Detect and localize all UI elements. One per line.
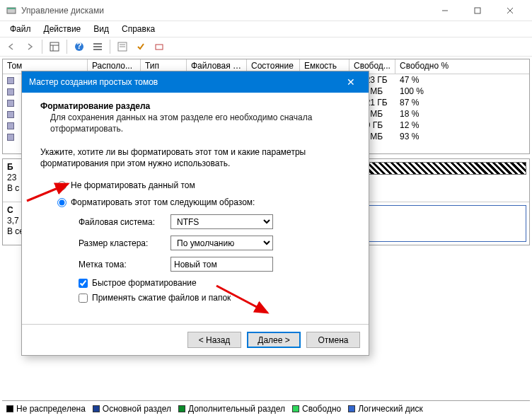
svg-rect-1: [7, 8, 16, 9]
forward-icon[interactable]: [21, 38, 38, 55]
compress-label[interactable]: Применять сжатие файлов и папок: [92, 293, 231, 303]
quick-format-checkbox[interactable]: [79, 279, 88, 288]
legend: Не распределенаОсновной разделДополнител…: [2, 400, 530, 416]
next-button[interactable]: Далее >: [247, 332, 301, 348]
menu-view[interactable]: Вид: [88, 23, 115, 35]
svg-rect-3: [475, 8, 480, 13]
cancel-button[interactable]: Отмена: [306, 332, 360, 348]
cluster-select[interactable]: По умолчанию: [170, 236, 273, 250]
window-title: Управление дисками: [21, 6, 429, 16]
dialog-heading: Форматирование раздела: [40, 101, 350, 111]
radio-format[interactable]: [57, 198, 66, 207]
dialog-close-button[interactable]: ✕: [340, 71, 362, 93]
fs-select[interactable]: NTFS: [170, 214, 273, 229]
quick-format-label[interactable]: Быстрое форматирование: [92, 278, 197, 288]
svg-rect-6: [50, 42, 59, 51]
menu-help[interactable]: Справка: [116, 23, 161, 35]
svg-rect-13: [93, 49, 102, 50]
menubar: Файл Действие Вид Справка: [0, 21, 532, 37]
titlebar: Управление дисками: [0, 0, 532, 21]
compress-checkbox[interactable]: [79, 294, 88, 303]
dialog-subtitle: Для сохранения данных на этом разделе ег…: [50, 112, 350, 134]
toolbar-check-icon[interactable]: [132, 38, 149, 55]
toolbar: ?: [0, 37, 532, 57]
dialog-title: Мастер создания простых томов: [29, 77, 340, 87]
volume-label-input[interactable]: [170, 257, 273, 272]
svg-rect-12: [93, 46, 102, 47]
col-freepct[interactable]: Свободно %: [395, 59, 529, 74]
radio-no-format[interactable]: [57, 181, 66, 190]
menu-action[interactable]: Действие: [38, 23, 87, 35]
svg-rect-17: [156, 45, 163, 50]
legend-item: Свободно: [292, 404, 341, 414]
cluster-label: Размер кластера:: [79, 238, 170, 248]
close-button[interactable]: [494, 0, 526, 21]
svg-rect-11: [93, 43, 102, 45]
dialog-instruction: Укажите, хотите ли вы форматировать этот…: [40, 147, 350, 169]
help-icon[interactable]: ?: [71, 38, 88, 55]
app-icon: [6, 5, 17, 16]
radio-no-format-label[interactable]: Не форматировать данный том: [71, 180, 195, 190]
wizard-dialog: Мастер создания простых томов ✕ Форматир…: [21, 71, 369, 356]
back-button[interactable]: < Назад: [187, 332, 241, 348]
fs-label: Файловая система:: [79, 217, 170, 227]
minimize-button[interactable]: [429, 0, 461, 21]
radio-format-label[interactable]: Форматировать этот том следующим образом…: [71, 197, 255, 207]
toolbar-properties-icon[interactable]: [114, 38, 131, 55]
legend-item: Логический диск: [348, 404, 423, 414]
toolbar-list-icon[interactable]: [89, 38, 106, 55]
legend-item: Не распределена: [6, 404, 86, 414]
menu-file[interactable]: Файл: [4, 23, 37, 35]
legend-item: Дополнительный раздел: [178, 404, 285, 414]
maximize-button[interactable]: [461, 0, 494, 21]
toolbar-box-icon[interactable]: [151, 38, 168, 55]
toolbar-layout-icon[interactable]: [46, 38, 63, 55]
legend-item: Основной раздел: [93, 404, 171, 414]
volume-label-label: Метка тома:: [79, 260, 170, 269]
svg-text:?: ?: [76, 42, 81, 51]
back-icon[interactable]: [3, 38, 20, 55]
